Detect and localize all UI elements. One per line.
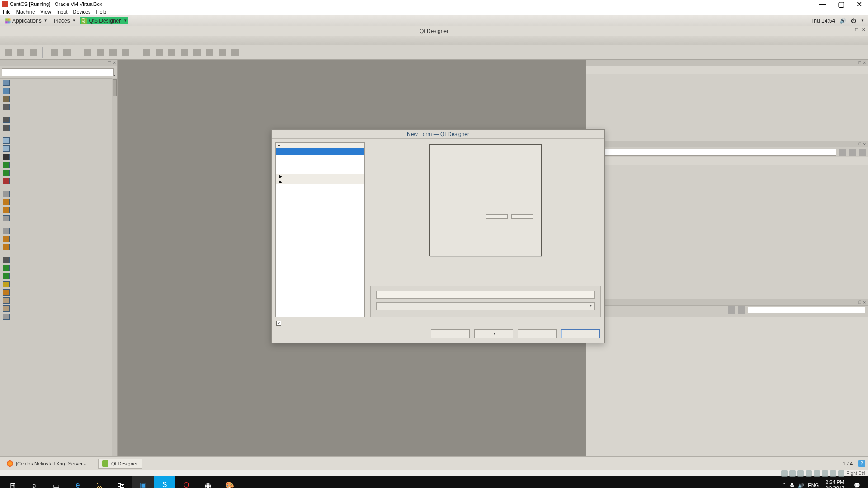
scroll-thumb[interactable] (113, 79, 117, 96)
taskbar-virtualbox-icon[interactable]: ▣ (132, 476, 154, 488)
host-minimize-button[interactable]: — (814, 0, 832, 8)
start-button[interactable]: ⊞ (2, 476, 24, 488)
tb-redo-icon[interactable] (61, 47, 72, 58)
property-filter-input[interactable] (588, 149, 836, 156)
tray-language[interactable]: ENG (808, 483, 819, 488)
scroll-up-icon[interactable]: ▲ (112, 72, 117, 78)
device-profile-field[interactable] (376, 291, 595, 299)
dock-close-icon[interactable]: ✕ (863, 300, 866, 305)
app-menubar[interactable] (0, 36, 868, 45)
tb-save-icon[interactable] (28, 47, 39, 58)
vb-cd-icon[interactable] (789, 470, 796, 477)
panel-places-menu[interactable]: Places ▼ (51, 17, 79, 25)
tb-layout-grid-icon[interactable] (192, 47, 203, 58)
widget-box-scrollbar[interactable]: ▲ ▼ (112, 78, 117, 456)
remove-dynamic-prop-icon[interactable] (849, 149, 856, 156)
host-menu-devices[interactable]: Devices (73, 9, 90, 14)
dock-close-icon[interactable]: ✕ (863, 142, 866, 146)
tb-open-icon[interactable] (15, 47, 26, 58)
action-editor[interactable] (586, 387, 868, 456)
dock-close-icon[interactable]: ✕ (863, 61, 866, 65)
host-menu-file[interactable]: File (3, 9, 11, 14)
tb-adjust-size-icon[interactable] (230, 47, 241, 58)
tb-taborder-icon[interactable] (120, 47, 131, 58)
vb-usb-icon[interactable] (806, 470, 812, 477)
vb-mouse-icon[interactable] (838, 470, 844, 477)
tray-network-icon[interactable]: 🖧 (789, 483, 794, 488)
dialog-recent-button[interactable] (518, 329, 557, 338)
dialog-create-button[interactable] (431, 329, 470, 338)
add-dynamic-prop-icon[interactable] (839, 149, 846, 156)
tb-layout-form-icon[interactable] (204, 47, 215, 58)
taskbar-explorer-icon[interactable]: 🗂 (89, 476, 110, 488)
vb-net-icon[interactable] (797, 470, 804, 477)
taskbar-store-icon[interactable]: 🛍 (110, 476, 132, 488)
dock-float-icon[interactable]: ❐ (858, 61, 861, 65)
host-menu-machine[interactable]: Machine (16, 9, 35, 14)
tray-chevron-up-icon[interactable]: ˄ (783, 483, 786, 488)
vb-hd-icon[interactable] (781, 470, 788, 477)
taskbar-clock[interactable]: 2:54 PM 3/9/2017 (821, 479, 848, 488)
tb-layout-hs-icon[interactable] (166, 47, 177, 58)
sig-add-icon[interactable] (728, 306, 735, 314)
taskbar-edge-icon[interactable]: e (67, 476, 89, 488)
taskbar-chrome-icon[interactable]: ◉ (197, 476, 219, 488)
vb-shared-icon[interactable] (814, 470, 820, 477)
taskbar-skype-icon[interactable]: S (154, 476, 175, 488)
taskbar-paint-icon[interactable]: 🎨 (219, 476, 241, 488)
vb-display-icon[interactable] (822, 470, 828, 477)
workspace-badge[interactable]: 2 (858, 460, 865, 467)
app-minimize-button[interactable]: – (849, 27, 852, 32)
host-menu-input[interactable]: Input (57, 9, 67, 14)
tb-break-layout-icon[interactable] (217, 47, 228, 58)
panel-clock[interactable]: Thu 14:54 (811, 18, 835, 24)
volume-icon[interactable]: 🔊 (840, 18, 846, 24)
host-menu-view[interactable]: View (40, 9, 51, 14)
tb-signals-icon[interactable] (95, 47, 106, 58)
dock-close-icon[interactable]: ✕ (113, 61, 116, 65)
tb-undo-icon[interactable] (49, 47, 60, 58)
tb-layout-vs-icon[interactable] (179, 47, 190, 58)
widget-box-filter-input[interactable] (2, 68, 114, 76)
power-icon[interactable]: ⏻ (851, 18, 856, 24)
sig-filter-input[interactable] (748, 307, 865, 313)
tray-volume-icon[interactable]: 🔊 (798, 483, 804, 488)
tb-buddies-icon[interactable] (108, 47, 118, 58)
panel-active-app[interactable]: Qt5 Designer ▼ (80, 17, 129, 24)
dialog-close-button[interactable] (561, 329, 600, 338)
template-tree[interactable]: ▼ ▶ ▶ (275, 142, 365, 317)
dialog-open-button[interactable] (474, 329, 513, 338)
template-selected-row[interactable] (276, 148, 364, 155)
resource-browser[interactable] (586, 317, 868, 387)
panel-applications-menu[interactable]: Applications ▼ (2, 17, 50, 25)
toolbar-separator (135, 47, 137, 58)
host-maximize-button[interactable]: ▢ (832, 0, 850, 9)
action-center-icon[interactable]: 💬 (848, 483, 866, 488)
sig-remove-icon[interactable] (738, 306, 745, 314)
app-maximize-button[interactable]: □ (855, 27, 858, 32)
workspace-indicator[interactable]: 1 / 4 (843, 461, 853, 466)
screen-size-combo[interactable] (376, 302, 595, 310)
chevron-down-icon[interactable]: ▼ (861, 19, 864, 23)
config-icon[interactable] (859, 149, 866, 156)
tb-layout-v-icon[interactable] (154, 47, 165, 58)
host-menu-help[interactable]: Help (96, 9, 107, 14)
show-on-startup-checkbox[interactable]: ✔ (276, 321, 600, 326)
task-view-button[interactable]: ▭ (45, 476, 67, 488)
dock-float-icon[interactable]: ❐ (858, 300, 861, 305)
property-editor-columns[interactable] (586, 157, 868, 165)
host-close-button[interactable]: ✕ (850, 0, 868, 9)
taskbar-firefox[interactable]: [Centos Netinstall Xorg Server - ... (3, 459, 95, 469)
object-inspector-columns[interactable] (586, 66, 868, 74)
taskbar-qt-designer[interactable]: Qt Designer (98, 459, 142, 469)
tb-new-icon[interactable] (3, 47, 14, 58)
search-button[interactable]: ⌕ (24, 476, 45, 488)
widget-box-tree[interactable] (0, 78, 112, 456)
dock-float-icon[interactable]: ❐ (858, 142, 861, 146)
tb-layout-h-icon[interactable] (141, 47, 152, 58)
vb-rec-icon[interactable] (830, 470, 836, 477)
dock-float-icon[interactable]: ❐ (108, 61, 111, 65)
app-close-button[interactable]: ✕ (862, 27, 865, 32)
taskbar-opera-icon[interactable]: O (175, 476, 197, 488)
tb-editwidgets-icon[interactable] (82, 47, 93, 58)
